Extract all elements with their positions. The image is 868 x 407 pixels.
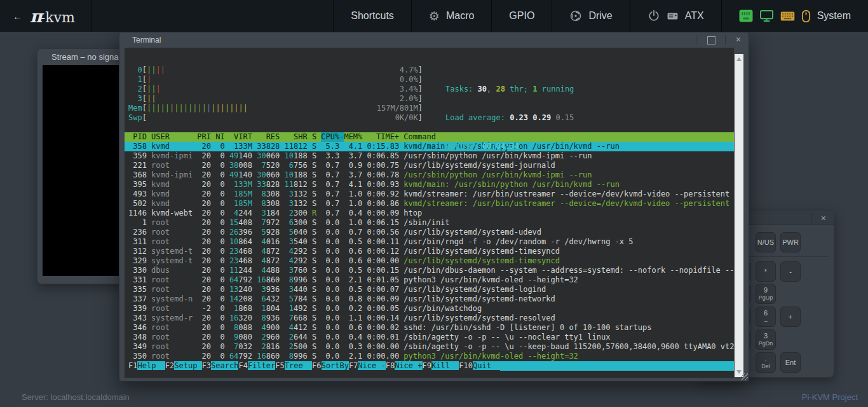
cell-ni: 0 <box>215 323 224 333</box>
keypad-key--[interactable]: - <box>780 261 801 282</box>
fkey-f2[interactable]: F2Setup <box>165 361 202 371</box>
col-header-virt[interactable]: VIRT <box>229 132 252 142</box>
fkey-f4[interactable]: F4Filter <box>238 361 275 371</box>
nav-item-label: Shortcuts <box>351 10 394 22</box>
process-row[interactable]: 359kvmd-ipmi200491403006010188S3.33.70:0… <box>125 151 734 161</box>
resize-grip[interactable] <box>741 373 748 380</box>
fkey-f10[interactable]: F10Quit <box>459 361 500 371</box>
col-header-ni[interactable]: NI <box>215 132 224 142</box>
cell-mem: 0.6 <box>344 323 362 333</box>
col-header-res[interactable]: RES <box>257 132 280 142</box>
terminal-scrollbar[interactable] <box>735 54 743 377</box>
logo[interactable]: ← π-kvm <box>0 0 92 32</box>
process-row[interactable]: 493kvmd200185M83083132S0.71.00:00.92kvmd… <box>125 190 734 199</box>
process-row[interactable]: 329systemd-t2002346848724292S0.00.60:00.… <box>125 256 734 266</box>
cell-cpu: 0.0 <box>321 228 339 237</box>
process-row[interactable]: 350root20064792168608996S0.02.10:00.00py… <box>125 352 734 361</box>
load-average-line: Load average: 0.23 0.29 0.15 <box>445 113 574 123</box>
process-row[interactable]: 395kvmd200133M3382811812S0.74.10:00.93kv… <box>125 180 734 190</box>
scroll-up-icon[interactable] <box>736 57 742 61</box>
cell-pri: 20 <box>197 247 211 256</box>
nav-item-macro[interactable]: ⚙Macro <box>411 0 492 32</box>
keypad-key-n/us[interactable]: N/US <box>756 232 776 252</box>
keypad-key-pwr[interactable]: PWR <box>780 232 801 252</box>
process-row[interactable]: 1146kvmd-webt200424431842300R0.70.40:00.… <box>125 209 734 218</box>
project-link[interactable]: Pi-KVM Project <box>802 392 858 402</box>
nav-item-drive[interactable]: Drive <box>552 0 629 32</box>
keypad-key-ent[interactable]: Ent <box>780 352 801 373</box>
cell-time: 0:00.86 <box>367 199 400 209</box>
keypad-key-6-[interactable]: 6→ <box>756 307 776 327</box>
fkey-label: F1 <box>128 361 137 370</box>
cell-virt: 133M <box>229 180 252 190</box>
close-icon[interactable]: × <box>736 34 741 45</box>
fkey-f6[interactable]: F6SortBy <box>312 361 349 371</box>
cell-time: 0:00.93 <box>367 180 400 190</box>
col-header-s[interactable]: S <box>312 132 316 142</box>
uptime-line: Uptime: 00:04:34 <box>445 142 574 151</box>
nav-item-system[interactable]: System <box>721 0 868 32</box>
cell-pri: 20 <box>197 218 211 228</box>
cell-cpu: 0.0 <box>321 342 339 352</box>
cell-ni: 0 <box>215 247 224 256</box>
meter-label: 1 <box>128 75 142 85</box>
process-row[interactable]: 346root200808849004412S0.00.60:00.02sshd… <box>125 323 734 333</box>
cell-state: S <box>312 275 316 285</box>
stream-window-title: Stream – no signal <box>51 52 120 62</box>
process-row[interactable]: 221root2003800875206756S0.70.90:00.75/us… <box>125 161 734 170</box>
process-row[interactable]: 502kvmd200185M83083132S0.71.00:00.86kvmd… <box>125 199 734 209</box>
process-row[interactable]: 1root2001540879726300S0.01.00:06.15/sbin… <box>125 218 734 228</box>
nav-item-atx[interactable]: ATX <box>630 0 721 32</box>
back-arrow-icon[interactable]: ← <box>13 11 22 22</box>
col-header-user[interactable]: USER <box>151 132 193 142</box>
col-header-time[interactable]: TIME+ <box>367 132 400 142</box>
cell-shr: 6300 <box>285 218 308 228</box>
process-row[interactable]: 339root-20186818041492S0.00.20:00.05/usr… <box>125 304 734 314</box>
process-row[interactable]: 368kvmd-ipmi200491403006010188S0.73.70:0… <box>125 170 734 180</box>
process-row[interactable]: 349root200703228162500S0.00.30:00.00/sbi… <box>125 342 734 352</box>
cell-res: 2816 <box>257 342 280 352</box>
keypad-key-9-pgup[interactable]: 9PgUp <box>756 284 776 304</box>
cell-state: S <box>312 151 316 161</box>
col-header-shr[interactable]: SHR <box>285 132 308 142</box>
process-row[interactable]: 337systemd-n2001420864325784S0.00.80:00.… <box>125 294 734 304</box>
maximize-icon[interactable] <box>707 36 715 45</box>
process-row[interactable]: 312systemd-t2002346848724292S0.00.60:00.… <box>125 247 734 256</box>
nav-item-shortcuts[interactable]: Shortcuts <box>333 0 411 32</box>
col-header-pid[interactable]: PID <box>128 132 147 142</box>
key-sublabel: → <box>763 318 769 324</box>
fkey-f3[interactable]: F3Search <box>202 361 239 371</box>
col-header-mem[interactable]: MEM% <box>344 132 362 142</box>
fkey-f1[interactable]: F1Help <box>128 361 165 371</box>
cell-time: 0:06.85 <box>367 151 400 161</box>
col-header-pri[interactable]: PRI <box>197 132 211 142</box>
process-row[interactable]: 331root20064792168608996S0.02.10:01.05py… <box>125 275 734 285</box>
cell-pri: 20 <box>197 342 211 352</box>
col-header-cpu[interactable]: CPU%- <box>321 132 339 142</box>
keypad-key-.-del[interactable]: .Del <box>756 352 776 373</box>
process-row[interactable]: 236root2002639659285040S0.00.70:00.56/us… <box>125 228 734 237</box>
terminal-titlebar[interactable]: Terminal × <box>119 32 749 48</box>
fkey-f9[interactable]: F9Kill <box>423 361 459 371</box>
key-label: 6 <box>764 310 768 317</box>
keypad-key-3-pgdn[interactable]: 3PgDn <box>756 329 776 350</box>
keypad-key-+[interactable]: + <box>780 307 801 327</box>
cell-ni: 0 <box>215 142 224 151</box>
fkey-f5[interactable]: F5Tree <box>275 361 312 371</box>
cell-virt: 16320 <box>229 314 252 323</box>
nav-item-gpio[interactable]: GPIO <box>491 0 552 32</box>
cell-virt: 23468 <box>229 256 252 266</box>
process-row[interactable]: 330dbus2001124444883760S0.00.50:00.15/us… <box>125 266 734 275</box>
keypad-key-*[interactable]: * <box>756 261 776 282</box>
cell-ni: 0 <box>215 333 224 342</box>
fkey-f8[interactable]: F8Nice + <box>386 361 423 371</box>
cell-user: systemd-n <box>151 294 193 304</box>
process-row[interactable]: 358kvmd200133M3382811812S5.34.10:15.83kv… <box>125 142 734 151</box>
process-row[interactable]: 311root2001086440163540S0.00.50:00.11/us… <box>125 237 734 247</box>
cell-mem: 0.5 <box>344 285 362 294</box>
process-row[interactable]: 348root200908029602644S0.00.40:00.01/sbi… <box>125 333 734 342</box>
process-row[interactable]: 335root2001324039363440S0.00.50:00.07/us… <box>125 285 734 294</box>
keypad-close-icon[interactable]: × <box>811 212 826 224</box>
fkey-f7[interactable]: F7Nice - <box>349 361 386 371</box>
process-row[interactable]: 343systemd-r2001632089367668S0.01.10:00.… <box>125 314 734 323</box>
